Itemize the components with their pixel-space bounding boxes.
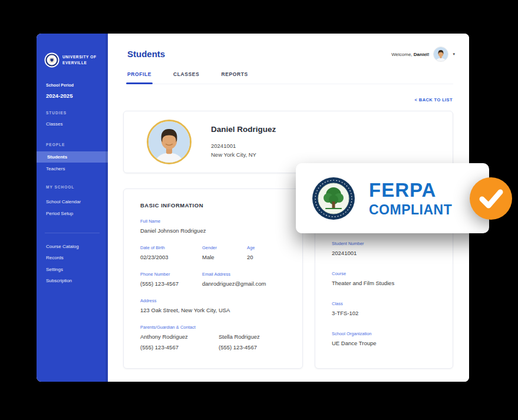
field-school-organization: School Organization UE Dance Troupe	[332, 331, 436, 346]
sidebar-item-records[interactable]: Records	[46, 255, 64, 260]
university-logo: UNIVERSITY OF EVERVILLE	[44, 52, 97, 68]
screenshot-stage: UNIVERSITY OF EVERVILLE School Period 20…	[0, 0, 518, 420]
phone-value: (555) 123-4567	[140, 280, 202, 287]
gender-value: Male	[202, 254, 247, 260]
university-name: UNIVERSITY OF EVERVILLE	[62, 54, 97, 67]
guardians-label: Parents/Guardian & Contact	[140, 325, 286, 330]
guardians-row: Anthony Rodriguez (555) 123-4567 Stella …	[140, 333, 286, 350]
user-avatar-image	[434, 47, 448, 61]
user-avatar[interactable]	[433, 47, 448, 62]
guardian-2-name: Stella Rodriguez	[219, 333, 260, 340]
ferpa-compliant-badge: FERPA COMPLIANT	[296, 163, 489, 233]
field-guardians: Parents/Guardian & Contact Anthony Rodri…	[140, 325, 286, 350]
profile-meta: Daniel Rodriguez 20241001 New York City,…	[211, 125, 276, 159]
address-value: 123 Oak Street, New York City, USA	[140, 307, 286, 313]
ferpa-text: FERPA COMPLIANT	[369, 180, 452, 217]
student-photo-image	[149, 121, 190, 163]
sidebar-section-people: PEOPLE	[46, 143, 65, 147]
guardian-1: Anthony Rodriguez (555) 123-4567	[140, 333, 219, 350]
sidebar-divider	[45, 233, 100, 233]
tab-profile[interactable]: PROFILE	[127, 71, 151, 77]
field-age: Age 20	[247, 245, 255, 260]
school-period-value[interactable]: 2024-2025	[46, 92, 72, 99]
sidebar-item-course-catalog[interactable]: Course Catalog	[46, 244, 79, 249]
department-of-education-seal-icon	[312, 177, 355, 220]
tab-reports[interactable]: REPORTS	[221, 71, 248, 77]
sidebar-item-students[interactable]: Students	[37, 151, 108, 163]
field-gender: Gender Male	[202, 245, 247, 260]
student-photo	[147, 120, 192, 164]
field-class: Class 3-TFS-102	[332, 301, 436, 316]
checkmark-badge-icon	[470, 177, 512, 220]
basic-info-title: BASIC INFORMATION	[140, 202, 286, 209]
field-date-of-birth: Date of Birth 02/23/2003	[140, 245, 202, 260]
tab-bar: PROFILE CLASSES REPORTS	[127, 71, 453, 84]
field-email: Email Address danrodriguez@gmail.com	[202, 272, 266, 287]
sidebar-section-studies: STUDIES	[46, 111, 67, 115]
field-phone: Phone Number (555) 123-4567	[140, 272, 202, 287]
sidebar-item-classes[interactable]: Classes	[46, 121, 62, 127]
guardian-2: Stella Rodriguez (555) 123-4567	[219, 333, 260, 350]
student-location: New York City, NY	[211, 151, 276, 159]
university-seal-icon	[44, 52, 60, 68]
welcome-user-name: Daniel!	[414, 52, 430, 57]
school-period-label: School Period	[46, 83, 74, 87]
chevron-down-icon[interactable]: ▾	[453, 52, 455, 57]
organization-value: UE Dance Troupe	[332, 340, 436, 346]
welcome-text: Welcome, Daniel!	[391, 52, 429, 57]
address-label: Address	[140, 298, 286, 303]
email-value: danrodriguez@gmail.com	[202, 280, 266, 287]
dob-value: 02/23/2003	[140, 254, 202, 260]
field-row-phone-email: Phone Number (555) 123-4567 Email Addres…	[140, 272, 286, 287]
organization-label: School Organization	[332, 331, 436, 336]
student-number: 20241001	[211, 142, 276, 150]
field-course: Course Theater and Film Studies	[332, 271, 436, 286]
gender-label: Gender	[202, 245, 247, 250]
page-title: Students	[127, 49, 165, 59]
full-name-label: Full Name	[140, 219, 286, 224]
sidebar-item-school-calendar[interactable]: School Calendar	[46, 199, 81, 204]
class-value: 3-TFS-102	[332, 310, 436, 316]
guardian-1-phone: (555) 123-4567	[140, 344, 219, 350]
sidebar: UNIVERSITY OF EVERVILLE School Period 20…	[37, 34, 108, 382]
ferpa-subtitle: COMPLIANT	[369, 203, 452, 217]
university-name-line1: UNIVERSITY OF	[62, 54, 97, 60]
guardian-1-name: Anthony Rodriguez	[140, 333, 219, 340]
email-label: Email Address	[202, 272, 266, 277]
class-label: Class	[332, 301, 436, 306]
course-value: Theater and Film Studies	[332, 280, 436, 286]
university-name-line2: EVERVILLE	[62, 60, 97, 66]
full-name-value: Daniel Johnson Rodriguez	[140, 227, 286, 234]
guardian-2-phone: (555) 123-4567	[219, 344, 260, 350]
sidebar-item-subscription[interactable]: Subscription	[46, 278, 72, 283]
age-value: 20	[247, 254, 255, 260]
field-address: Address 123 Oak Street, New York City, U…	[140, 298, 286, 313]
age-label: Age	[247, 245, 255, 250]
student-number-value: 20241001	[332, 250, 436, 256]
field-full-name: Full Name Daniel Johnson Rodriguez	[140, 219, 286, 234]
phone-label: Phone Number	[140, 272, 202, 277]
course-label: Course	[332, 271, 436, 276]
sidebar-item-teachers[interactable]: Teachers	[46, 166, 65, 171]
welcome-prefix: Welcome,	[391, 52, 412, 57]
dob-label: Date of Birth	[140, 245, 202, 250]
back-to-list-link[interactable]: < BACK TO LIST	[415, 97, 453, 102]
sidebar-item-period-setup[interactable]: Period Setup	[46, 211, 73, 216]
basic-information-card: BASIC INFORMATION Full Name Daniel Johns…	[123, 188, 303, 369]
tab-classes[interactable]: CLASSES	[173, 71, 199, 77]
sidebar-item-settings[interactable]: Settings	[46, 267, 63, 272]
sidebar-section-my-school: MY SCHOOL	[46, 185, 74, 189]
field-row-dob-gender-age: Date of Birth 02/23/2003 Gender Male Age…	[140, 245, 286, 260]
student-number-label: Student Number	[332, 241, 436, 246]
field-student-number: Student Number 20241001	[332, 241, 436, 256]
ferpa-title: FERPA	[369, 180, 452, 200]
user-menu[interactable]: Welcome, Daniel! ▾	[391, 47, 455, 62]
student-name: Daniel Rodriguez	[211, 125, 276, 134]
